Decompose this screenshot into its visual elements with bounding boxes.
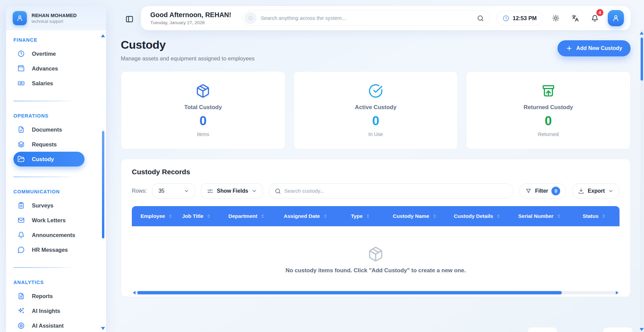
sort-icon [206,214,211,219]
sidebar-item-custody[interactable]: Custody [13,152,85,167]
sidebar-scroll-down-arrow[interactable] [101,327,105,330]
column-header-status[interactable]: Status [583,213,620,219]
mail-icon [17,216,25,224]
layers-icon [17,140,25,148]
sidebar-item-announcements[interactable]: Announcements [13,228,85,242]
page-scrollbar[interactable] [639,0,644,332]
languages-icon [572,14,579,22]
sidebar-divider [13,101,75,101]
pagination-next-button[interactable] [603,327,633,332]
sidebar-item-reports[interactable]: Reports [13,289,85,303]
scroll-left-arrow[interactable] [133,291,136,294]
add-new-custody-button[interactable]: Add New Custody [557,40,631,56]
sidebar-item-surveys[interactable]: Surveys [13,198,85,213]
page-subtitle: Manage assets and equipment assigned to … [121,55,255,62]
sidebar-item-label: Salaries [32,80,53,87]
column-header-type[interactable]: Type [351,213,393,219]
wallet-icon [17,64,25,73]
export-button[interactable]: Export [572,183,620,199]
language-toggle-button[interactable] [569,12,582,25]
filter-button[interactable]: Filter 0 [519,183,566,199]
stat-caption: Items [197,131,209,137]
chevron-down-icon [184,188,189,194]
rows-per-page-select[interactable]: 35 [152,183,195,199]
stat-label: Total Custody [184,104,222,111]
filter-count-badge: 0 [551,187,560,195]
sort-icon [260,214,265,219]
page-scroll-up-arrow[interactable] [640,32,644,35]
sidebar-item-advances[interactable]: Advances [13,61,85,76]
sidebar-item-ai-assistant[interactable]: AI Assistant [13,318,85,332]
notifications-button[interactable]: 4 [588,12,601,25]
column-label: Type [351,213,363,219]
chat-bubble-icon [17,246,25,254]
search-avatar-circle [245,12,257,24]
page-scrollbar-thumb[interactable] [641,38,643,81]
sidebar-nav: FINANCE Overtime Advances Salaries OPERA… [6,30,106,332]
sidebar-scroll-up-arrow[interactable] [101,34,105,37]
column-header-custody-name[interactable]: Custody Name [393,213,454,219]
custody-records-card: Custody Records Rows: 35 Show Fields [121,159,631,297]
sidebar-item-label: Overtime [32,51,56,57]
clipboard-icon [17,201,25,209]
sidebar-item-label: Reports [32,293,53,299]
sidebar-item-label: HR Messages [32,247,68,253]
export-label: Export [588,188,605,194]
clock-icon [17,50,25,58]
user-name: REHAN MOHAMED [32,13,77,18]
stats-row: Total Custody 0 Items Active Custody 0 I… [121,71,631,149]
stat-caption: Returned [538,131,559,137]
sidebar-item-ai-insights[interactable]: AI Insights [13,303,85,318]
column-header-employee[interactable]: Employee [132,213,182,219]
horizontal-scrollbar-thumb[interactable] [137,291,562,294]
bell-icon [591,14,599,22]
column-header-job-title[interactable]: Job Title [182,213,228,219]
pagination-previous-button[interactable] [527,327,557,332]
column-header-serial-number[interactable]: Serial Number [518,213,583,219]
sliders-icon [207,188,213,194]
column-header-custody-details[interactable]: Custody Details [454,213,518,219]
sidebar-item-label: Announcements [32,232,75,238]
panel-left-icon [125,15,134,23]
search-submit-button[interactable] [477,15,484,22]
profile-menu-button[interactable] [608,10,624,26]
sidebar-item-work-letters[interactable]: Work Letters [13,213,85,228]
sidebar-item-salaries[interactable]: Salaries [13,76,85,91]
section-heading-operations: OPERATIONS [13,111,97,120]
page-scroll-down-arrow[interactable] [640,328,644,331]
user-avatar [13,11,27,25]
sort-icon [323,214,328,219]
custody-search-input[interactable] [284,188,507,194]
rows-label: Rows: [132,188,147,194]
show-fields-button[interactable]: Show Fields [201,183,263,199]
horizontal-scrollbar[interactable] [133,291,618,294]
sidebar-scrollbar-thumb[interactable] [102,131,104,238]
section-heading-finance: FINANCE [13,36,97,44]
column-header-assigned-date[interactable]: Assigned Date [284,213,351,219]
circle-check-icon [368,84,383,98]
column-label: Job Title [182,213,203,219]
sparkles-icon [17,307,25,315]
sidebar-item-documents[interactable]: Documents [13,122,85,137]
sidebar-item-hr-messages[interactable]: HR Messages [13,242,85,257]
global-search-input[interactable] [257,15,477,21]
column-label: Serial Number [518,213,553,219]
sort-icon [432,214,437,219]
global-search[interactable] [243,10,490,26]
sidebar-item-label: Advances [32,65,58,72]
sidebar-item-requests[interactable]: Requests [13,137,85,152]
user-profile[interactable]: REHAN MOHAMED technical support [6,6,106,30]
sidebar-item-label: Work Letters [32,217,66,224]
scroll-right-arrow[interactable] [616,291,619,294]
sidebar-toggle-button[interactable] [123,12,136,26]
user-role: technical support [32,19,77,24]
filter-label: Filter [535,188,548,194]
sidebar: REHAN MOHAMED technical support FINANCE … [6,6,106,332]
page-header: Custody Manage assets and equipment assi… [121,38,631,62]
column-header-department[interactable]: Department [228,213,284,219]
stat-card-active-custody: Active Custody 0 In Use [293,71,458,149]
theme-toggle-button[interactable] [549,12,562,25]
custody-search[interactable] [269,183,514,199]
report-icon [17,292,25,300]
sidebar-item-overtime[interactable]: Overtime [13,46,85,61]
